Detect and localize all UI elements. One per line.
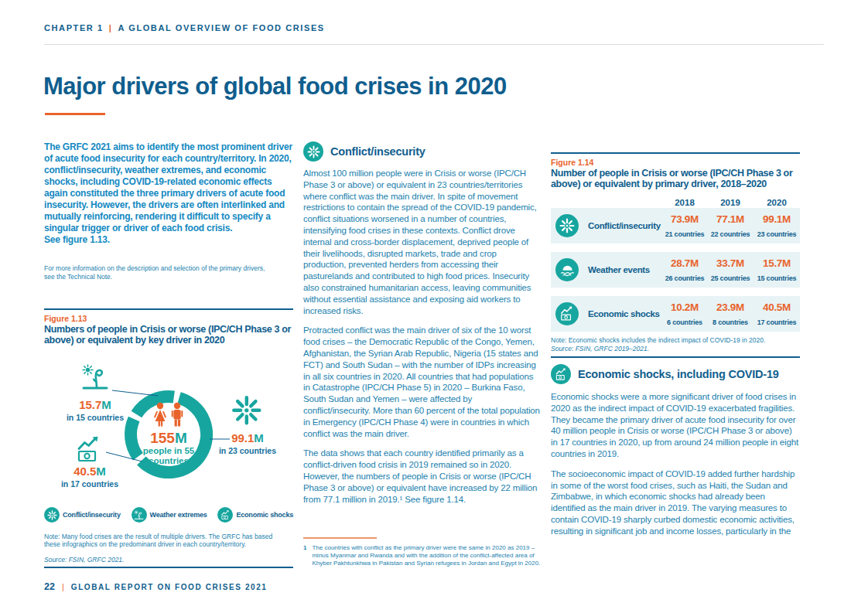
cell-countries: 17 countries bbox=[757, 318, 797, 326]
table-cell: 77.1M22 countries bbox=[707, 212, 754, 240]
weather-extremes-icon bbox=[132, 507, 147, 523]
donut-segment-economic bbox=[131, 419, 138, 457]
footnote-rule bbox=[303, 537, 377, 539]
report-page: CHAPTER 1|A GLOBAL OVERVIEW OF FOOD CRIS… bbox=[0, 0, 868, 613]
table-cell: 15.7M15 countries bbox=[754, 256, 800, 284]
donut-center-caption-2: countries bbox=[149, 456, 189, 465]
legend-item-conflict: Conflict/insecurity bbox=[44, 507, 121, 523]
figure-legend: Conflict/insecurity Weather extremes Eco… bbox=[44, 507, 293, 523]
figure-1-13: Figure 1.13 Numbers of people in Crisis … bbox=[44, 308, 293, 568]
paragraph: The socioeconomic impact of COVID-19 add… bbox=[551, 468, 800, 537]
more-info-note: For more information on the description … bbox=[44, 264, 276, 281]
conflict-icon bbox=[555, 214, 579, 237]
conflict-section-body: Almost 100 million people were in Crisis… bbox=[303, 168, 542, 513]
cell-value: 23.9M bbox=[716, 301, 744, 313]
see-figure-text: See figure 1.13. bbox=[44, 234, 293, 246]
figure-label: Figure 1.14 bbox=[551, 158, 593, 167]
figure-source: Source: FSIN, GRFC 2021. bbox=[44, 556, 124, 564]
economic-section-body: Economic shocks were a more significant … bbox=[551, 391, 800, 546]
chapter-section-title: A GLOBAL OVERVIEW OF FOOD CRISES bbox=[118, 23, 324, 32]
section-heading: Conflict/insecurity bbox=[330, 145, 425, 158]
economic-value: 40.5M bbox=[73, 465, 106, 478]
chapter-header: CHAPTER 1|A GLOBAL OVERVIEW OF FOOD CRIS… bbox=[44, 23, 325, 32]
year-header-row: 2018 2019 2020 bbox=[551, 198, 800, 207]
legend-item-weather: Weather extremes bbox=[132, 507, 207, 523]
table-cell: 33.7M25 countries bbox=[707, 256, 754, 284]
cell-countries: 15 countries bbox=[757, 274, 797, 282]
cell-value: 28.7M bbox=[671, 257, 699, 269]
cell-countries: 22 countries bbox=[711, 230, 750, 238]
page-title: Major drivers of global food crises in 2… bbox=[43, 73, 507, 100]
cell-countries: 23 countries bbox=[757, 230, 797, 238]
footnote-text: The countries with conflict as the prima… bbox=[312, 544, 542, 567]
people-icon bbox=[155, 403, 183, 427]
cell-value: 99.1M bbox=[763, 213, 791, 225]
table-cell: 23.9M8 countries bbox=[707, 300, 754, 328]
legend-item-economic: Economic shocks bbox=[217, 507, 293, 523]
legend-label: Economic shocks bbox=[236, 511, 293, 519]
table-row-weather: Weather events 28.7M26 countries 33.7M25… bbox=[551, 252, 800, 288]
economic-countries: in 17 countries bbox=[61, 479, 118, 489]
table-cell: 99.1M23 countries bbox=[754, 212, 800, 240]
donut-center-caption-1: people in 55 bbox=[143, 446, 195, 455]
figure-title: Number of people in Crisis or worse (IPC… bbox=[551, 168, 800, 189]
legend-label: Weather extremes bbox=[150, 511, 207, 519]
page-number: 22 bbox=[44, 581, 55, 592]
cell-countries: 6 countries bbox=[667, 318, 702, 326]
conflict-countries: in 23 countries bbox=[219, 446, 276, 455]
paragraph: Almost 100 million people were in Crisis… bbox=[303, 168, 542, 316]
economic-shocks-icon bbox=[551, 364, 571, 384]
conflict-icon bbox=[44, 507, 60, 523]
row-label: Conflict/insecurity bbox=[582, 221, 662, 230]
paragraph: Economic shocks were a more significant … bbox=[551, 391, 800, 460]
cell-countries: 8 countries bbox=[713, 318, 748, 326]
table-row-economic: Economic shocks 10.2M6 countries 23.9M8 … bbox=[551, 296, 800, 332]
figure-source: Source: FSIN, GRFC 2019–2021. bbox=[551, 345, 649, 352]
table-row-conflict: Conflict/insecurity 73.9M21 countries 77… bbox=[551, 208, 800, 243]
section-heading: Economic shocks, including COVID-19 bbox=[578, 368, 779, 380]
figure-1-14: Figure 1.14 Number of people in Crisis o… bbox=[551, 152, 800, 356]
weather-value: 15.7M bbox=[79, 398, 111, 411]
footnote-number: 1 bbox=[303, 544, 306, 567]
cell-value: 10.2M bbox=[671, 301, 699, 313]
cell-value: 40.5M bbox=[763, 301, 791, 313]
conflict-icon bbox=[234, 397, 259, 423]
footer-separator: | bbox=[62, 582, 64, 591]
donut-segment-weather bbox=[136, 397, 173, 414]
weather-extremes-icon bbox=[83, 365, 107, 388]
year-header: 2019 bbox=[707, 198, 754, 207]
chapter-label: CHAPTER 1 bbox=[44, 23, 104, 32]
legend-label: Conflict/insecurity bbox=[63, 511, 121, 519]
conflict-value: 99.1M bbox=[231, 431, 264, 444]
cell-countries: 21 countries bbox=[665, 230, 705, 238]
footer-text: GLOBAL REPORT ON FOOD CRISES 2021 bbox=[71, 583, 268, 591]
spacer bbox=[551, 198, 662, 207]
footnote: 1 The countries with conflict as the pri… bbox=[303, 544, 542, 567]
weather-events-icon bbox=[555, 258, 579, 281]
intro-text: The GRFC 2021 aims to identify the most … bbox=[44, 141, 292, 233]
figure-note: Note: Many food crises are the result of… bbox=[44, 533, 289, 548]
chapter-separator: | bbox=[104, 23, 118, 32]
year-header: 2020 bbox=[754, 198, 800, 207]
figure-title: Numbers of people in Crisis or worse (IP… bbox=[44, 324, 293, 346]
conflict-icon bbox=[303, 141, 323, 162]
figure-label: Figure 1.13 bbox=[44, 314, 87, 323]
paragraph: The data shows that each country identif… bbox=[303, 448, 542, 505]
row-label: Economic shocks bbox=[582, 309, 662, 318]
row-label: Weather events bbox=[582, 265, 662, 274]
economic-shocks-icon bbox=[79, 437, 98, 461]
section-divider bbox=[551, 356, 800, 358]
table-cell: 10.2M6 countries bbox=[662, 300, 707, 328]
page-footer: 22 | GLOBAL REPORT ON FOOD CRISES 2021 bbox=[44, 581, 268, 592]
year-header: 2018 bbox=[662, 198, 707, 207]
cell-value: 33.7M bbox=[716, 257, 744, 269]
header-rule bbox=[44, 44, 824, 45]
weather-countries: in 15 countries bbox=[67, 413, 124, 422]
cell-countries: 25 countries bbox=[711, 274, 750, 282]
economic-shocks-icon bbox=[555, 302, 579, 325]
economic-shocks-icon bbox=[217, 507, 233, 523]
donut-center-value: 155M bbox=[150, 430, 187, 446]
table-cell: 40.5M17 countries bbox=[754, 300, 800, 328]
cell-value: 77.1M bbox=[716, 213, 744, 225]
conflict-section-header: Conflict/insecurity bbox=[303, 141, 425, 162]
